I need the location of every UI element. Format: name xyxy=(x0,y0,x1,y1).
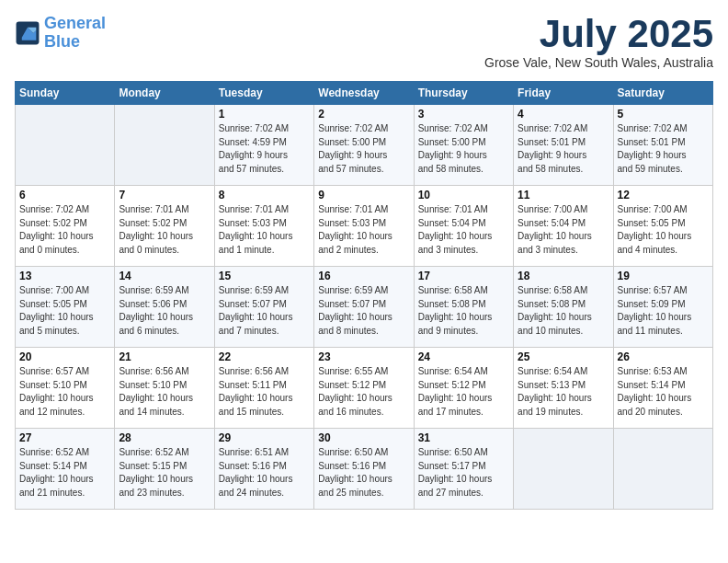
day-info: Sunrise: 6:56 AM Sunset: 5:11 PM Dayligh… xyxy=(219,365,310,419)
day-number: 22 xyxy=(219,350,310,363)
day-number: 21 xyxy=(119,350,210,363)
day-number: 1 xyxy=(219,108,310,121)
day-info: Sunrise: 7:02 AM Sunset: 5:01 PM Dayligh… xyxy=(618,122,709,176)
day-info: Sunrise: 6:58 AM Sunset: 5:08 PM Dayligh… xyxy=(418,284,509,338)
day-cell: 3Sunrise: 7:02 AM Sunset: 5:00 PM Daylig… xyxy=(414,105,513,186)
day-number: 14 xyxy=(119,270,210,282)
day-cell: 5Sunrise: 7:02 AM Sunset: 5:01 PM Daylig… xyxy=(613,105,712,186)
day-info: Sunrise: 6:55 AM Sunset: 5:12 PM Dayligh… xyxy=(318,365,409,419)
day-number: 17 xyxy=(418,270,509,282)
header-cell-wednesday: Wednesday xyxy=(314,82,414,105)
day-number: 29 xyxy=(219,431,310,444)
day-cell: 2Sunrise: 7:02 AM Sunset: 5:00 PM Daylig… xyxy=(314,105,414,186)
day-cell: 24Sunrise: 6:54 AM Sunset: 5:12 PM Dayli… xyxy=(414,348,513,429)
day-info: Sunrise: 6:58 AM Sunset: 5:08 PM Dayligh… xyxy=(518,284,609,338)
day-number: 20 xyxy=(19,350,110,363)
header-cell-tuesday: Tuesday xyxy=(214,82,313,105)
day-info: Sunrise: 6:50 AM Sunset: 5:16 PM Dayligh… xyxy=(318,446,409,500)
day-info: Sunrise: 7:00 AM Sunset: 5:05 PM Dayligh… xyxy=(19,284,110,338)
day-cell: 17Sunrise: 6:58 AM Sunset: 5:08 PM Dayli… xyxy=(414,267,513,348)
day-info: Sunrise: 7:02 AM Sunset: 5:01 PM Dayligh… xyxy=(518,122,609,176)
day-info: Sunrise: 7:02 AM Sunset: 4:59 PM Dayligh… xyxy=(219,122,310,176)
day-number: 18 xyxy=(518,270,609,282)
day-number: 5 xyxy=(618,108,709,121)
day-cell: 29Sunrise: 6:51 AM Sunset: 5:16 PM Dayli… xyxy=(214,429,313,510)
title-area: July 2025 Grose Vale, New South Wales, A… xyxy=(484,15,713,70)
day-number: 15 xyxy=(219,270,310,282)
day-cell: 23Sunrise: 6:55 AM Sunset: 5:12 PM Dayli… xyxy=(314,348,414,429)
day-cell: 1Sunrise: 7:02 AM Sunset: 4:59 PM Daylig… xyxy=(214,105,313,186)
day-cell: 6Sunrise: 7:02 AM Sunset: 5:02 PM Daylig… xyxy=(16,186,115,267)
day-cell: 27Sunrise: 6:52 AM Sunset: 5:14 PM Dayli… xyxy=(16,429,115,510)
day-cell: 31Sunrise: 6:50 AM Sunset: 5:17 PM Dayli… xyxy=(414,429,513,510)
day-number: 7 xyxy=(119,189,210,201)
day-cell: 30Sunrise: 6:50 AM Sunset: 5:16 PM Dayli… xyxy=(314,429,414,510)
day-cell: 8Sunrise: 7:01 AM Sunset: 5:03 PM Daylig… xyxy=(214,186,313,267)
day-cell: 13Sunrise: 7:00 AM Sunset: 5:05 PM Dayli… xyxy=(16,267,115,348)
day-info: Sunrise: 6:54 AM Sunset: 5:12 PM Dayligh… xyxy=(418,365,509,419)
header-cell-friday: Friday xyxy=(514,82,613,105)
day-info: Sunrise: 6:54 AM Sunset: 5:13 PM Dayligh… xyxy=(518,365,609,419)
day-cell: 19Sunrise: 6:57 AM Sunset: 5:09 PM Dayli… xyxy=(613,267,712,348)
day-number: 6 xyxy=(19,189,110,201)
logo: General Blue xyxy=(15,15,106,52)
day-cell: 14Sunrise: 6:59 AM Sunset: 5:06 PM Dayli… xyxy=(115,267,214,348)
day-cell: 4Sunrise: 7:02 AM Sunset: 5:01 PM Daylig… xyxy=(514,105,613,186)
calendar-body: 1Sunrise: 7:02 AM Sunset: 4:59 PM Daylig… xyxy=(16,105,713,510)
day-cell: 11Sunrise: 7:00 AM Sunset: 5:04 PM Dayli… xyxy=(514,186,613,267)
day-cell: 12Sunrise: 7:00 AM Sunset: 5:05 PM Dayli… xyxy=(613,186,712,267)
day-number: 23 xyxy=(318,350,409,363)
day-cell: 25Sunrise: 6:54 AM Sunset: 5:13 PM Dayli… xyxy=(514,348,613,429)
day-cell xyxy=(514,429,613,510)
day-info: Sunrise: 7:01 AM Sunset: 5:03 PM Dayligh… xyxy=(318,203,409,257)
day-info: Sunrise: 6:57 AM Sunset: 5:09 PM Dayligh… xyxy=(618,284,709,338)
day-number: 27 xyxy=(19,431,110,444)
day-number: 31 xyxy=(418,431,509,444)
day-number: 9 xyxy=(318,189,409,201)
day-info: Sunrise: 7:01 AM Sunset: 5:03 PM Dayligh… xyxy=(219,203,310,257)
day-number: 30 xyxy=(318,431,409,444)
day-number: 3 xyxy=(418,108,509,121)
day-number: 16 xyxy=(318,270,409,282)
day-cell xyxy=(613,429,712,510)
day-number: 13 xyxy=(19,270,110,282)
day-info: Sunrise: 7:02 AM Sunset: 5:02 PM Dayligh… xyxy=(19,203,110,257)
header-cell-sunday: Sunday xyxy=(16,82,115,105)
day-info: Sunrise: 7:00 AM Sunset: 5:05 PM Dayligh… xyxy=(618,203,709,257)
day-cell: 21Sunrise: 6:56 AM Sunset: 5:10 PM Dayli… xyxy=(115,348,214,429)
header-row: SundayMondayTuesdayWednesdayThursdayFrid… xyxy=(16,82,713,105)
calendar-header: SundayMondayTuesdayWednesdayThursdayFrid… xyxy=(16,82,713,105)
day-info: Sunrise: 6:59 AM Sunset: 5:06 PM Dayligh… xyxy=(119,284,210,338)
week-row-2: 6Sunrise: 7:02 AM Sunset: 5:02 PM Daylig… xyxy=(16,186,713,267)
day-info: Sunrise: 6:59 AM Sunset: 5:07 PM Dayligh… xyxy=(219,284,310,338)
day-number: 10 xyxy=(418,189,509,201)
day-info: Sunrise: 6:53 AM Sunset: 5:14 PM Dayligh… xyxy=(618,365,709,419)
day-info: Sunrise: 6:50 AM Sunset: 5:17 PM Dayligh… xyxy=(418,446,509,500)
day-cell: 20Sunrise: 6:57 AM Sunset: 5:10 PM Dayli… xyxy=(16,348,115,429)
day-info: Sunrise: 7:02 AM Sunset: 5:00 PM Dayligh… xyxy=(318,122,409,176)
day-info: Sunrise: 7:00 AM Sunset: 5:04 PM Dayligh… xyxy=(518,203,609,257)
day-info: Sunrise: 7:01 AM Sunset: 5:02 PM Dayligh… xyxy=(119,203,210,257)
day-cell: 7Sunrise: 7:01 AM Sunset: 5:02 PM Daylig… xyxy=(115,186,214,267)
day-info: Sunrise: 7:02 AM Sunset: 5:00 PM Dayligh… xyxy=(418,122,509,176)
day-cell xyxy=(115,105,214,186)
day-cell xyxy=(16,105,115,186)
day-cell: 18Sunrise: 6:58 AM Sunset: 5:08 PM Dayli… xyxy=(514,267,613,348)
day-info: Sunrise: 6:51 AM Sunset: 5:16 PM Dayligh… xyxy=(219,446,310,500)
calendar-table: SundayMondayTuesdayWednesdayThursdayFrid… xyxy=(15,81,713,510)
month-title: July 2025 xyxy=(484,15,713,53)
header-cell-saturday: Saturday xyxy=(613,82,712,105)
day-info: Sunrise: 6:52 AM Sunset: 5:15 PM Dayligh… xyxy=(119,446,210,500)
day-cell: 10Sunrise: 7:01 AM Sunset: 5:04 PM Dayli… xyxy=(414,186,513,267)
week-row-3: 13Sunrise: 7:00 AM Sunset: 5:05 PM Dayli… xyxy=(16,267,713,348)
week-row-1: 1Sunrise: 7:02 AM Sunset: 4:59 PM Daylig… xyxy=(16,105,713,186)
week-row-5: 27Sunrise: 6:52 AM Sunset: 5:14 PM Dayli… xyxy=(16,429,713,510)
header-cell-thursday: Thursday xyxy=(414,82,513,105)
day-number: 19 xyxy=(618,270,709,282)
day-number: 25 xyxy=(518,350,609,363)
logo-icon xyxy=(15,20,40,46)
day-number: 28 xyxy=(119,431,210,444)
day-cell: 22Sunrise: 6:56 AM Sunset: 5:11 PM Dayli… xyxy=(214,348,313,429)
day-info: Sunrise: 7:01 AM Sunset: 5:04 PM Dayligh… xyxy=(418,203,509,257)
day-info: Sunrise: 6:59 AM Sunset: 5:07 PM Dayligh… xyxy=(318,284,409,338)
